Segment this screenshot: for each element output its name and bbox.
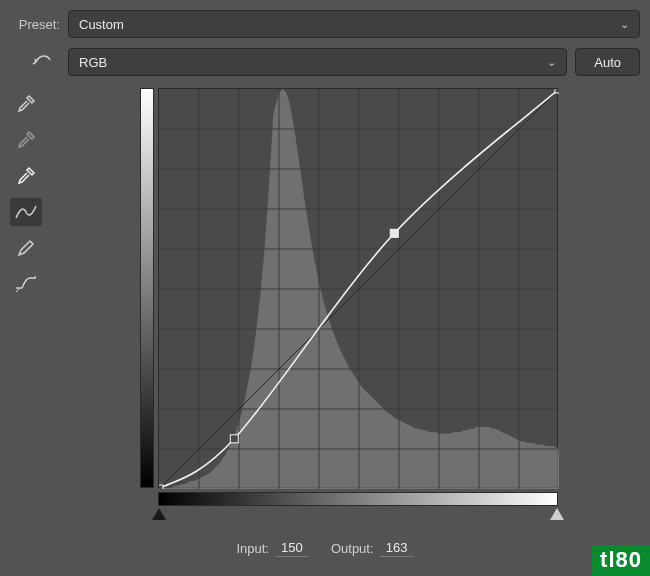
targeted-adjustment-icon[interactable]	[8, 52, 60, 72]
input-value[interactable]: 150	[275, 540, 309, 557]
output-gradient	[140, 88, 154, 488]
curves-canvas[interactable]	[159, 89, 559, 489]
watermark: tl80	[592, 545, 650, 576]
chevron-down-icon: ⌄	[620, 18, 629, 31]
auto-button[interactable]: Auto	[575, 48, 640, 76]
curves-grid[interactable]	[158, 88, 558, 488]
svg-rect-20	[230, 435, 238, 443]
input-label: Input:	[236, 541, 269, 556]
svg-rect-22	[555, 89, 559, 93]
input-output-readout: Input: 150 Output: 163	[0, 540, 650, 557]
channel-select[interactable]: RGB ⌄	[68, 48, 567, 76]
curve-point-tool[interactable]	[10, 198, 42, 226]
output-label: Output:	[331, 541, 374, 556]
preset-value: Custom	[79, 17, 124, 32]
output-value[interactable]: 163	[380, 540, 414, 557]
preset-label: Preset:	[8, 17, 60, 32]
eyedropper-white-tool[interactable]	[10, 162, 42, 190]
black-point-slider[interactable]	[152, 508, 166, 520]
preset-select[interactable]: Custom ⌄	[68, 10, 640, 38]
pencil-tool[interactable]	[10, 234, 42, 262]
white-point-slider[interactable]	[550, 508, 564, 520]
svg-rect-19	[159, 485, 163, 489]
chevron-down-icon: ⌄	[547, 56, 556, 69]
input-gradient	[158, 492, 558, 506]
eyedropper-black-tool[interactable]	[10, 90, 42, 118]
svg-rect-21	[390, 229, 398, 237]
clip-smooth-tool[interactable]	[10, 270, 42, 298]
eyedropper-gray-tool[interactable]	[10, 126, 42, 154]
tool-strip	[10, 90, 42, 298]
channel-value: RGB	[79, 55, 107, 70]
